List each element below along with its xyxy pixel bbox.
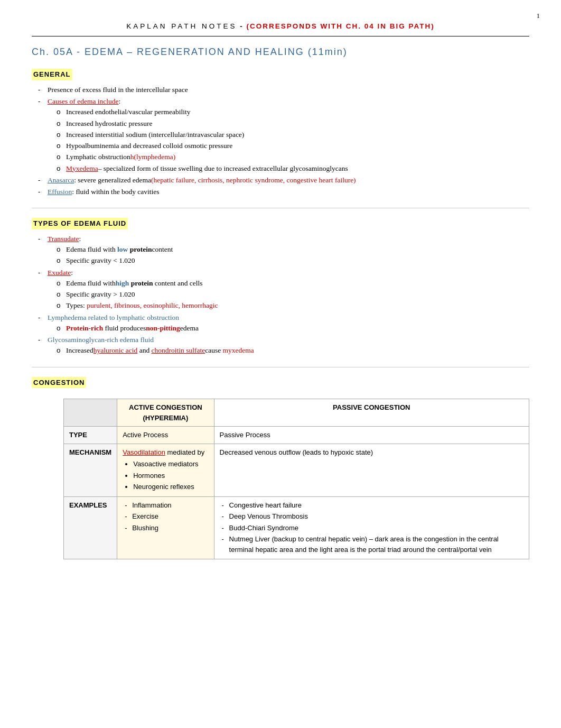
examples-label: EXAMPLES <box>64 496 117 559</box>
exudate-label: Exudate <box>48 269 71 277</box>
divider <box>32 208 529 208</box>
list-item: Neurogenic reflexes <box>133 482 208 492</box>
list-item: Causes of edema include: Increased endot… <box>48 96 529 174</box>
list-item: Specific gravity < 1.020 <box>66 255 529 266</box>
col-active: ACTIVE CONGESTION (HYPEREMIA) <box>117 399 214 427</box>
passive-process: Passive Process <box>214 427 529 444</box>
header-title: KAPLAN PATH NOTES - (CORRESPONDS WITH CH… <box>32 21 529 36</box>
mechanism-sub-list: Vasoactive mediators Hormones Neurogenic… <box>123 459 208 492</box>
protein-text: protein <box>130 245 152 253</box>
low-text: low <box>117 245 128 253</box>
active-process: Active Process <box>117 427 214 444</box>
page-number: 1 <box>537 11 540 21</box>
table-header-row: ACTIVE CONGESTION (HYPEREMIA) PASSIVE CO… <box>64 399 529 427</box>
list-item-glycosaminoglycan: Glycosaminoglycan-rich edema fluid Incre… <box>48 335 529 356</box>
list-item: Inflammation <box>123 500 208 511</box>
transudate-sub-list: Edema fluid with low proteincontent Spec… <box>48 244 529 266</box>
type-label: TYPE <box>64 427 117 444</box>
types-colored: purulent, fibrinous, eosinophilic, hemor… <box>87 301 218 309</box>
list-item: Deep Venous Thrombosis <box>220 511 523 522</box>
effusion-label: Effusion <box>48 188 72 196</box>
glycosaminoglycan-sub-list: Increasedhyaluronic acid and chondroitin… <box>48 345 529 356</box>
exudate-sub-list: Edema fluid withhigh protein content and… <box>48 278 529 311</box>
passive-mechanism: Decreased venous outflow (leads to hypox… <box>214 444 529 496</box>
causes-label: Causes of edema include <box>48 97 119 105</box>
list-item: Exercise <box>123 511 208 522</box>
types-label: TYPES OF EDEMA FLUID <box>32 218 128 229</box>
chapter-title: Ch. 05A - EDEMA – REGENERATION AND HEALI… <box>32 45 529 59</box>
congestion-table-container: ACTIVE CONGESTION (HYPEREMIA) PASSIVE CO… <box>63 399 529 559</box>
list-item: Congestive heart failure <box>220 500 523 511</box>
table-row: MECHANISM Vasodilatation mediated by Vas… <box>64 444 529 496</box>
active-examples-list: Inflammation Exercise Blushing <box>123 500 208 533</box>
protein-rich: Protein-rich <box>66 324 103 332</box>
divider2 <box>32 367 529 367</box>
list-item: Nutmeg Liver (backup to central hepatic … <box>220 534 523 555</box>
list-item: Hormones <box>133 471 208 481</box>
glycosaminoglycan-label: Glycosaminoglycan-rich edema fluid <box>48 336 154 344</box>
list-item: Effusion: fluid within the body cavities <box>48 187 529 197</box>
congestion-label: CONGESTION <box>32 377 86 389</box>
general-label: GENERAL <box>32 69 72 80</box>
list-item: Increased interstitial sodium (intercell… <box>66 130 529 140</box>
list-item: Protein-rich fluid producesnon-pittinged… <box>66 323 529 334</box>
passive-examples-list: Congestive heart failure Deep Venous Thr… <box>220 500 523 555</box>
list-item: Blushing <box>123 523 208 533</box>
table-row: TYPE Active Process Passive Process <box>64 427 529 444</box>
vasodilatation-text: Vasodilatation <box>123 448 165 456</box>
col-empty <box>64 399 117 427</box>
list-item: Myxedema– specialized form of tissue swe… <box>66 163 529 174</box>
high-text: high <box>116 279 129 287</box>
hyaluronic-text: hyaluronic acid <box>94 346 138 354</box>
list-item: Increased hydrostatic pressure <box>66 118 529 129</box>
list-item: Lymphatic obstructionh(lymphedema) <box>66 152 529 162</box>
list-item-exudate: Exudate: Edema fluid withhigh protein co… <box>48 268 529 311</box>
types-section: TYPES OF EDEMA FLUID Transudate: Edema f… <box>32 218 529 356</box>
general-section: GENERAL Presence of excess fluid in the … <box>32 69 529 197</box>
list-item: Vasoactive mediators <box>133 459 208 469</box>
active-mechanism: Vasodilatation mediated by Vasoactive me… <box>117 444 214 496</box>
protein-text2: protein <box>131 279 153 287</box>
passive-examples: Congestive heart failure Deep Venous Thr… <box>214 496 529 559</box>
types-bullet-list: Transudate: Edema fluid with low protein… <box>32 234 529 356</box>
myxedema-text: myxedema <box>223 346 254 354</box>
anasarca-label: Anasarca <box>48 176 74 184</box>
lymphedema-sub-list: Protein-rich fluid producesnon-pittinged… <box>48 323 529 334</box>
list-item: Increasedhyaluronic acid and chondroitin… <box>66 345 529 356</box>
list-item: Anasarca: severe generalized edema(hepat… <box>48 175 529 186</box>
list-item: Hypoalbuminemia and decreased colloid os… <box>66 141 529 151</box>
lymphedema-label: Lymphedema related to lymphatic obstruct… <box>48 314 179 321</box>
active-examples: Inflammation Exercise Blushing <box>117 496 214 559</box>
list-item: Edema fluid with low proteincontent <box>66 244 529 255</box>
list-item: Types: purulent, fibrinous, eosinophilic… <box>66 300 529 311</box>
list-item-lymphedema: Lymphedema related to lymphatic obstruct… <box>48 312 529 334</box>
congestion-section: CONGESTION ACTIVE CONGESTION (HYPEREMIA)… <box>32 377 529 560</box>
table-row: EXAMPLES Inflammation Exercise Blushing … <box>64 496 529 559</box>
list-item-transudate: Transudate: Edema fluid with low protein… <box>48 234 529 266</box>
list-item: Increased endothelial/vascular permeabil… <box>66 107 529 117</box>
list-item: Specific gravity > 1.020 <box>66 289 529 300</box>
general-bullet-list: Presence of excess fluid in the intercel… <box>32 85 529 198</box>
list-item: Edema fluid withhigh protein content and… <box>66 278 529 289</box>
mechanism-label: MECHANISM <box>64 444 117 496</box>
non-pitting: non-pitting <box>146 324 180 332</box>
list-item: Budd-Chiari Syndrome <box>220 523 523 533</box>
transudate-label: Transudate <box>48 235 79 243</box>
col-passive: PASSIVE CONGESTION <box>214 399 529 427</box>
list-item: Presence of excess fluid in the intercel… <box>48 85 529 95</box>
header-corresponds: (CORRESPONDS WITH CH. 04 IN BIG PATH) <box>247 22 435 30</box>
header-dash: - <box>240 22 246 30</box>
header-kaplan: KAPLAN PATH NOTES <box>126 22 237 30</box>
causes-sub-list: Increased endothelial/vascular permeabil… <box>48 107 529 174</box>
chondroitin-text: chondroitin sulfate <box>152 346 205 354</box>
congestion-table: ACTIVE CONGESTION (HYPEREMIA) PASSIVE CO… <box>63 399 529 559</box>
